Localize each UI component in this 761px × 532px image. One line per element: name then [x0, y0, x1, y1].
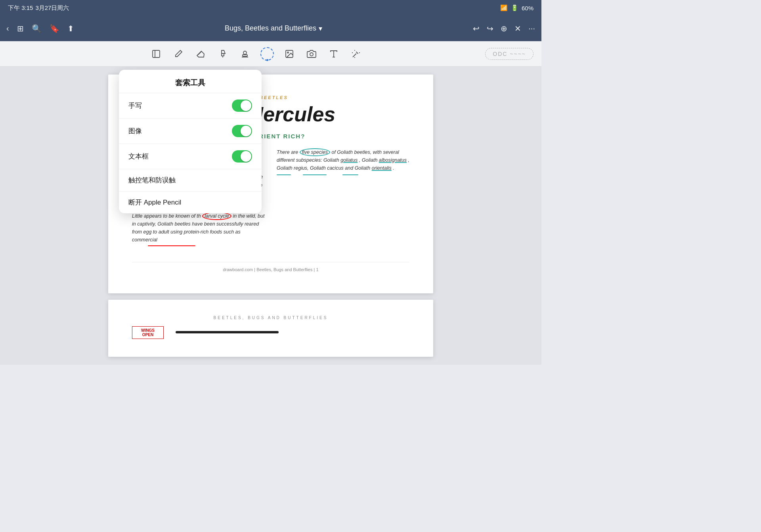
battery-icon: 🔋	[511, 4, 518, 11]
add-page-button[interactable]: ⊕	[501, 24, 507, 33]
date: 3月27日周六	[35, 4, 69, 12]
camera-tool[interactable]	[304, 46, 319, 61]
circle-larval-cycle: larval cycle	[202, 212, 231, 220]
svg-point-5	[243, 51, 247, 54]
underline-albosignatus: albosignatus	[379, 157, 407, 163]
content-area: 套索工具 手写 图像 文本框 触控笔和防误触 断开 Apple Pencil T…	[0, 67, 541, 365]
lasso-tool[interactable]	[260, 46, 275, 61]
toolbar-center: Bugs, Beetles and Butterflies ▾	[225, 24, 322, 33]
odc-button[interactable]: ODC ~~~~	[485, 48, 533, 60]
svg-point-9	[287, 52, 289, 53]
progress-bar-container	[176, 331, 409, 333]
beetles-label-2: BEETLES, BUGS AND BUTTERFLIES	[132, 316, 409, 320]
search-button[interactable]: 🔍	[32, 24, 42, 33]
wifi-icon: 📶	[500, 4, 508, 11]
col-right: There are five species of Goliath beetle…	[277, 148, 409, 247]
grid-button[interactable]: ⊞	[17, 24, 24, 33]
lasso-image-row: 图像	[119, 119, 262, 144]
lasso-popup: 套索工具 手写 图像 文本框 触控笔和防误触 断开 Apple Pencil	[119, 70, 262, 213]
magic-tool[interactable]	[348, 46, 363, 61]
stamp-tool[interactable]	[237, 46, 252, 61]
underline-goliatus: goliatus	[340, 157, 358, 163]
lasso-image-toggle[interactable]	[232, 125, 252, 137]
lasso-handwriting-toggle[interactable]	[232, 100, 252, 112]
main-toolbar: ‹ ⊞ 🔍 🔖 ⬆ Bugs, Beetles and Butterflies …	[0, 16, 541, 41]
circle-five-species: five species	[300, 148, 330, 156]
lasso-handwriting-row: 手写	[119, 93, 262, 119]
lasso-pencil-label: 触控笔和防误触	[128, 176, 176, 184]
bookmark-button[interactable]: 🔖	[50, 24, 59, 33]
toolbar-left: ‹ ⊞ 🔍 🔖 ⬆	[6, 24, 74, 33]
status-bar: 下午 3:15 3月27日周六 📶 🔋 60%	[0, 0, 541, 16]
lasso-handwriting-label: 手写	[128, 101, 142, 110]
lasso-pencil-row: 触控笔和防误触	[119, 169, 262, 191]
pdf-page-2: BEETLES, BUGS AND BUTTERFLIES WINGS OPEN	[108, 300, 433, 357]
time: 下午 3:15	[8, 4, 33, 12]
document-title: Bugs, Beetles and Butterflies	[225, 24, 316, 33]
page2-row: WINGS OPEN	[132, 326, 409, 339]
toolbar-right: ↩ ↪ ⊕ ✕ ···	[473, 24, 535, 33]
text-tool[interactable]	[326, 46, 341, 61]
more-button[interactable]: ···	[528, 24, 535, 33]
underline-orientalis: orientalis	[372, 165, 392, 171]
lasso-image-label: 图像	[128, 126, 142, 136]
battery-level: 60%	[522, 5, 533, 11]
teal-line-2	[303, 174, 327, 176]
odc-label: ODC ~~~~	[485, 48, 533, 60]
page-footer: drawboard.com | Beetles, Bugs and Butter…	[132, 262, 409, 274]
pen-tool[interactable]	[171, 46, 186, 61]
sidebar-toggle-tool[interactable]	[149, 46, 164, 61]
image-tool[interactable]	[282, 46, 297, 61]
lasso-popup-title: 套索工具	[119, 70, 262, 93]
svg-rect-6	[243, 55, 247, 56]
lasso-disconnect-label: 断开 Apple Pencil	[128, 199, 181, 206]
wings-box: WINGS OPEN	[132, 326, 164, 339]
status-right: 📶 🔋 60%	[500, 4, 533, 11]
title-chevron[interactable]: ▾	[319, 24, 322, 33]
lasso-disconnect-row[interactable]: 断开 Apple Pencil	[119, 191, 262, 213]
svg-rect-3	[222, 54, 224, 56]
drawing-toolbar: ODC ~~~~	[0, 41, 541, 67]
close-button[interactable]: ✕	[514, 24, 521, 33]
eraser-tool[interactable]	[193, 46, 208, 61]
red-underline-decoration	[148, 245, 195, 246]
back-button[interactable]: ‹	[6, 24, 9, 33]
status-left: 下午 3:15 3月27日周六	[8, 4, 69, 12]
svg-line-2	[198, 52, 201, 55]
progress-bar	[176, 331, 279, 333]
teal-underlines-row	[277, 174, 409, 176]
col-right-p1: There are five species of Goliath beetle…	[277, 148, 409, 172]
redo-button[interactable]: ↪	[487, 24, 493, 33]
col-left-p2: Little appears to be known of th larval …	[132, 212, 265, 244]
lasso-textbox-label: 文本框	[128, 152, 149, 161]
svg-rect-0	[153, 50, 160, 57]
svg-point-10	[310, 53, 313, 56]
highlighter-tool[interactable]	[215, 46, 230, 61]
undo-button[interactable]: ↩	[473, 24, 480, 33]
teal-line-1	[277, 174, 291, 176]
lasso-textbox-row: 文本框	[119, 144, 262, 169]
share-button[interactable]: ⬆	[67, 24, 74, 33]
drawing-tools	[149, 46, 363, 61]
lasso-textbox-toggle[interactable]	[232, 150, 252, 163]
teal-line-3	[342, 174, 358, 176]
